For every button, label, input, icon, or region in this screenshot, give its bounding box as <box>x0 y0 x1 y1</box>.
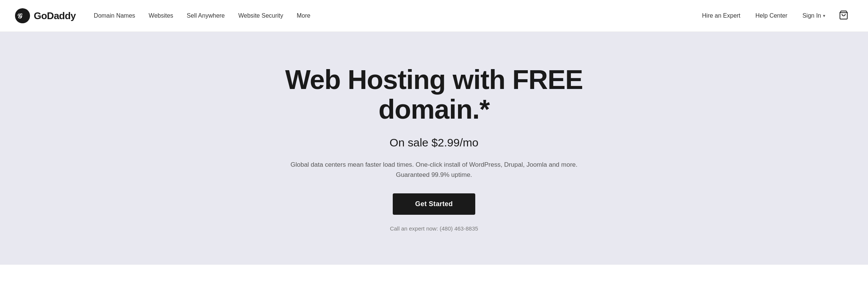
nav-link-sell-anywhere[interactable]: Sell Anywhere <box>181 9 231 22</box>
hero-title: Web Hosting with FREE domain.* <box>265 65 603 124</box>
cart-icon <box>839 10 848 21</box>
get-started-button[interactable]: Get Started <box>393 193 475 215</box>
sign-in-button[interactable]: Sign In ▾ <box>796 9 831 22</box>
cart-button[interactable] <box>834 7 853 24</box>
nav-link-websites[interactable]: Websites <box>143 9 179 22</box>
nav-link-more[interactable]: More <box>291 9 316 22</box>
nav-link-domain-names[interactable]: Domain Names <box>88 9 141 22</box>
navbar: 𝒢 GoDaddy Domain Names Websites Sell Any… <box>0 0 868 32</box>
svg-text:𝒢: 𝒢 <box>17 12 23 20</box>
hero-description: Global data centers mean faster load tim… <box>288 160 580 180</box>
logo[interactable]: 𝒢 GoDaddy <box>15 8 76 23</box>
hero-phone: Call an expert now: (480) 463-8835 <box>390 225 478 232</box>
hero-price: On sale $2.99/mo <box>390 136 479 149</box>
hire-expert-link[interactable]: Hire an Expert <box>696 9 746 22</box>
nav-link-website-security[interactable]: Website Security <box>232 9 289 22</box>
chevron-down-icon: ▾ <box>823 13 825 18</box>
sign-in-label: Sign In <box>802 12 821 19</box>
hero-section: Web Hosting with FREE domain.* On sale $… <box>0 32 868 265</box>
help-center-link[interactable]: Help Center <box>749 9 793 22</box>
nav-right: Hire an Expert Help Center Sign In ▾ <box>696 7 853 24</box>
godaddy-logo-icon: 𝒢 <box>15 8 30 23</box>
logo-text: GoDaddy <box>34 10 76 22</box>
nav-links: Domain Names Websites Sell Anywhere Webs… <box>88 9 696 22</box>
